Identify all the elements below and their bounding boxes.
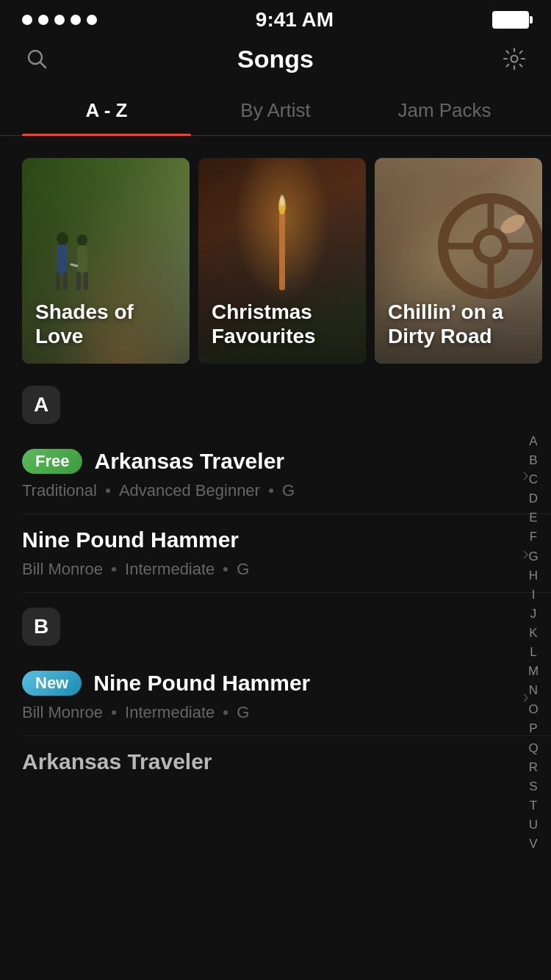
card-label-chillin: Chillin’ on a Dirty Road bbox=[388, 300, 529, 349]
signal-dot-2 bbox=[38, 15, 48, 25]
alpha-N[interactable]: N bbox=[526, 682, 541, 699]
alpha-O[interactable]: O bbox=[526, 702, 541, 718]
alpha-Q[interactable]: Q bbox=[526, 741, 541, 757]
alpha-J[interactable]: J bbox=[526, 606, 541, 622]
card-label-shades: Shades of Love bbox=[35, 300, 176, 349]
alpha-U[interactable]: U bbox=[526, 817, 541, 833]
song-top-row-nph-a: Nine Pound Hammer bbox=[22, 527, 507, 552]
svg-rect-12 bbox=[279, 209, 285, 290]
meta-dot-4 bbox=[223, 567, 228, 572]
song-item-partial[interactable]: Arkansas Traveler bbox=[22, 736, 551, 780]
song-meta-nph-b: Bill Monroe Intermediate G bbox=[22, 703, 507, 722]
meta-dot-3 bbox=[112, 567, 116, 572]
meta-dot-1 bbox=[106, 489, 110, 493]
svg-line-11 bbox=[71, 264, 77, 266]
playlist-cards-section: Shades of Love Christmas Favourites bbox=[0, 136, 551, 371]
svg-line-1 bbox=[40, 62, 46, 68]
status-bar: 9:41 AM bbox=[0, 0, 551, 37]
song-meta-nph-a: Bill Monroe Intermediate G bbox=[22, 560, 507, 579]
song-artist-nph-b: Bill Monroe bbox=[22, 703, 103, 722]
card-christmas-favourites[interactable]: Christmas Favourites bbox=[198, 158, 366, 364]
search-icon bbox=[25, 47, 48, 71]
svg-rect-9 bbox=[76, 272, 81, 290]
svg-rect-5 bbox=[56, 272, 60, 290]
alpha-E[interactable]: E bbox=[526, 510, 541, 526]
svg-rect-6 bbox=[63, 272, 68, 290]
svg-point-7 bbox=[77, 234, 87, 246]
status-time: 9:41 AM bbox=[256, 8, 334, 32]
song-top-row: Free Arkansas Traveler bbox=[22, 449, 507, 474]
alpha-B[interactable]: B bbox=[526, 453, 541, 469]
svg-point-2 bbox=[511, 56, 518, 62]
song-difficulty-arkansas: Advanced Beginner bbox=[119, 481, 260, 500]
svg-rect-4 bbox=[57, 245, 68, 274]
header: Songs bbox=[0, 37, 551, 88]
alpha-I[interactable]: I bbox=[526, 587, 541, 603]
tabs-bar: A - Z By Artist Jam Packs bbox=[0, 88, 551, 136]
section-letter-b: B bbox=[22, 608, 60, 646]
song-title-arkansas: Arkansas Traveler bbox=[94, 449, 284, 474]
svg-point-3 bbox=[57, 232, 68, 245]
signal-dot-3 bbox=[54, 15, 65, 25]
alpha-A[interactable]: A bbox=[526, 433, 541, 450]
battery-icon bbox=[492, 11, 529, 29]
signal-dot-4 bbox=[71, 15, 81, 25]
meta-dot-2 bbox=[269, 489, 273, 493]
song-key-arkansas: G bbox=[282, 481, 295, 500]
signal-dots bbox=[22, 15, 97, 25]
gear-icon bbox=[503, 47, 526, 71]
song-meta-arkansas: Traditional Advanced Beginner G bbox=[22, 481, 507, 500]
song-difficulty-nph-a: Intermediate bbox=[125, 560, 215, 579]
song-key-nph-b: G bbox=[237, 703, 249, 722]
song-difficulty-nph-b: Intermediate bbox=[125, 703, 215, 722]
song-artist-nph-a: Bill Monroe bbox=[22, 560, 103, 579]
svg-rect-8 bbox=[77, 245, 87, 273]
alpha-G[interactable]: G bbox=[526, 549, 541, 565]
alpha-D[interactable]: D bbox=[526, 491, 541, 507]
alpha-K[interactable]: K bbox=[526, 625, 541, 641]
song-item-arkansas-traveler[interactable]: Free Arkansas Traveler Traditional Advan… bbox=[22, 436, 551, 514]
song-title-nph-a: Nine Pound Hammer bbox=[22, 527, 239, 552]
badge-free-arkansas: Free bbox=[22, 449, 82, 474]
alpha-F[interactable]: F bbox=[526, 529, 541, 545]
song-key-nph-a: G bbox=[237, 560, 249, 579]
songs-list: A Free Arkansas Traveler Traditional Adv… bbox=[0, 386, 551, 780]
tab-jam-packs[interactable]: Jam Packs bbox=[360, 88, 529, 135]
alpha-R[interactable]: R bbox=[526, 760, 541, 776]
alpha-M[interactable]: M bbox=[526, 663, 541, 680]
alphabet-sidebar: A B C D E F G H I J K L M N O P Q R S T … bbox=[526, 433, 541, 852]
meta-dot-5 bbox=[112, 710, 116, 715]
settings-button[interactable] bbox=[500, 44, 529, 73]
section-letter-a: A bbox=[22, 386, 60, 424]
search-button[interactable] bbox=[22, 44, 51, 73]
song-top-row-partial: Arkansas Traveler bbox=[22, 749, 551, 774]
song-title-partial: Arkansas Traveler bbox=[22, 749, 212, 774]
section-header-b: B bbox=[22, 608, 551, 646]
alpha-S[interactable]: S bbox=[526, 779, 541, 795]
alpha-C[interactable]: C bbox=[526, 472, 541, 488]
alpha-T[interactable]: T bbox=[526, 798, 541, 814]
page-title: Songs bbox=[51, 45, 500, 73]
card-shades-of-love[interactable]: Shades of Love bbox=[22, 158, 190, 364]
svg-rect-10 bbox=[84, 272, 88, 290]
svg-point-17 bbox=[476, 231, 505, 261]
card-label-christmas: Christmas Favourites bbox=[212, 300, 353, 349]
cards-row: Shades of Love Christmas Favourites bbox=[22, 158, 551, 364]
alpha-H[interactable]: H bbox=[526, 568, 541, 584]
alpha-V[interactable]: V bbox=[526, 836, 541, 852]
svg-point-15 bbox=[280, 195, 284, 206]
song-item-nine-pound-hammer-a[interactable]: Nine Pound Hammer Bill Monroe Intermedia… bbox=[22, 514, 551, 593]
alpha-P[interactable]: P bbox=[526, 721, 541, 737]
card-chillin-dirty-road[interactable]: Chillin’ on a Dirty Road bbox=[375, 158, 542, 364]
song-item-nine-pound-hammer-b[interactable]: New Nine Pound Hammer Bill Monroe Interm… bbox=[22, 657, 551, 736]
meta-dot-6 bbox=[223, 710, 228, 715]
tab-az[interactable]: A - Z bbox=[22, 88, 191, 135]
song-artist-arkansas: Traditional bbox=[22, 481, 97, 500]
tab-by-artist[interactable]: By Artist bbox=[191, 88, 360, 135]
alpha-L[interactable]: L bbox=[526, 644, 541, 660]
signal-dot-1 bbox=[22, 15, 32, 25]
badge-new-nph-b: New bbox=[22, 671, 82, 696]
song-title-nph-b: Nine Pound Hammer bbox=[93, 671, 310, 696]
song-top-row-nph-b: New Nine Pound Hammer bbox=[22, 671, 507, 696]
signal-dot-5 bbox=[87, 15, 97, 25]
